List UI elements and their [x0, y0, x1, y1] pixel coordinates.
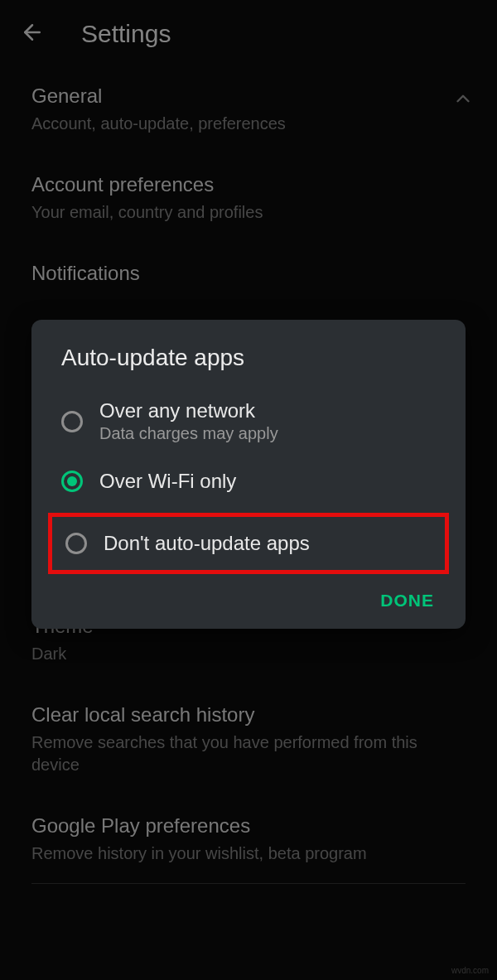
section-notifications[interactable]: Notifications [31, 242, 466, 308]
section-title: General [31, 84, 466, 108]
option-label: Over any network [99, 399, 278, 422]
section-subtitle: Dark [31, 643, 466, 665]
done-button[interactable]: DONE [380, 591, 434, 611]
option-label: Don't auto-update apps [104, 532, 310, 555]
app-header: Settings [0, 0, 497, 65]
section-general[interactable]: General Account, auto-update, preference… [31, 65, 466, 153]
option-over-any-network[interactable]: Over any network Data charges may apply [31, 386, 466, 456]
section-title: Google Play preferences [31, 814, 466, 838]
back-arrow-icon[interactable] [20, 20, 45, 48]
section-subtitle: Account, auto-update, preferences [31, 113, 466, 135]
watermark-text: wvdn.com [451, 966, 489, 975]
section-google-play-preferences[interactable]: Google Play preferences Remove history i… [31, 794, 466, 884]
section-subtitle: Your email, country and profiles [31, 201, 466, 224]
auto-update-dialog: Auto-update apps Over any network Data c… [31, 320, 466, 629]
radio-selected-icon [61, 471, 83, 492]
chevron-up-icon[interactable] [452, 88, 474, 113]
option-over-wifi-only[interactable]: Over Wi-Fi only [31, 456, 466, 506]
dialog-title: Auto-update apps [31, 345, 466, 386]
section-title: Account preferences [31, 173, 466, 196]
dialog-actions: DONE [31, 574, 466, 614]
radio-icon [61, 411, 83, 432]
section-title: Clear local search history [31, 703, 466, 727]
page-title: Settings [81, 20, 171, 48]
section-clear-local-search[interactable]: Clear local search history Remove search… [31, 683, 466, 794]
section-title: Notifications [31, 262, 466, 285]
section-subtitle: Remove history in your wishlist, beta pr… [31, 842, 466, 865]
highlight-annotation: Don't auto-update apps [48, 513, 449, 574]
radio-icon [65, 533, 87, 554]
section-account-preferences[interactable]: Account preferences Your email, country … [31, 153, 466, 242]
option-label: Over Wi-Fi only [99, 470, 236, 493]
section-subtitle: Remove searches that you have performed … [31, 731, 466, 776]
option-dont-auto-update[interactable]: Don't auto-update apps [60, 525, 432, 562]
option-sublabel: Data charges may apply [99, 424, 278, 443]
